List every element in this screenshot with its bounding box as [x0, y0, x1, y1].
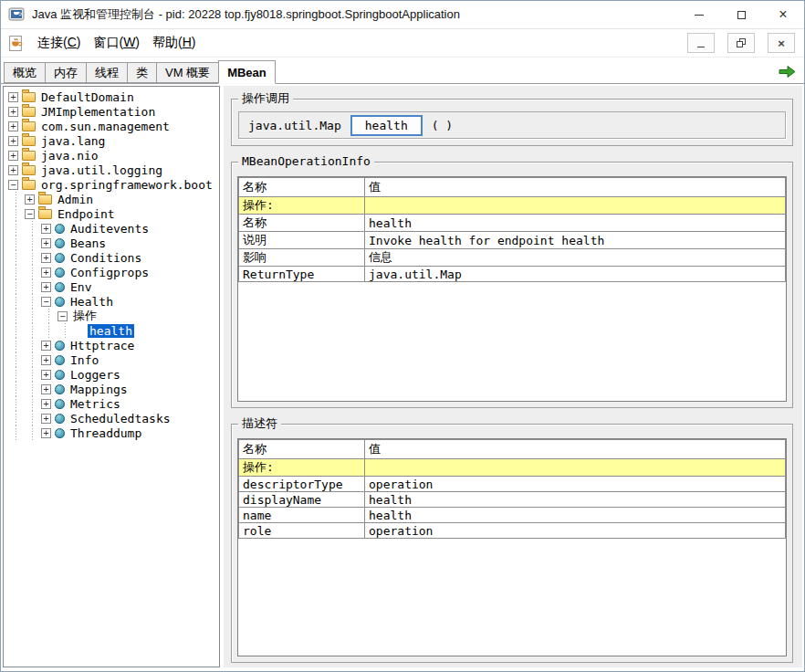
descriptor-table-row[interactable]: 操作:	[239, 459, 786, 477]
descriptor-table-row[interactable]: namehealth	[239, 508, 786, 523]
mdi-restore-button[interactable]	[727, 33, 755, 53]
tab-overview[interactable]: 概览	[4, 62, 46, 83]
expand-toggle-icon[interactable]: +	[41, 268, 51, 278]
tree-item-com.sun.management[interactable]: +com.sun.management	[5, 119, 219, 133]
mdi-minimize-button[interactable]	[687, 33, 715, 53]
operation-info-table-row[interactable]: 影响信息	[239, 249, 786, 267]
tree-item-Loggers[interactable]: +Loggers	[5, 367, 219, 382]
tree-item-label: health	[88, 324, 134, 338]
row-value-cell: Invoke health for endpoint health	[365, 232, 786, 249]
expand-toggle-icon[interactable]: +	[41, 428, 51, 438]
maximize-button[interactable]	[720, 1, 762, 28]
tree-item-Env[interactable]: +Env	[5, 279, 219, 294]
operation-info-table-row[interactable]: 操作:	[239, 197, 786, 215]
tab-vm-summary[interactable]: VM 概要	[156, 62, 219, 83]
close-button[interactable]: ×	[762, 1, 804, 28]
expand-toggle-icon[interactable]: +	[41, 238, 51, 248]
expand-toggle-icon[interactable]: +	[41, 414, 51, 424]
expand-toggle-icon[interactable]: +	[41, 399, 51, 409]
mdi-close-button[interactable]: ×	[768, 33, 795, 53]
tree-item-java.util.logging[interactable]: +java.util.logging	[5, 163, 219, 177]
expand-toggle-icon[interactable]: +	[8, 107, 18, 117]
expand-toggle-icon[interactable]: +	[41, 355, 51, 365]
tree-item-label: Endpoint	[56, 207, 117, 221]
menu-help[interactable]: 帮助(H)	[146, 32, 202, 54]
expand-toggle-icon[interactable]: +	[41, 341, 51, 351]
expand-toggle-icon[interactable]: +	[41, 282, 51, 292]
tree-item-Metrics[interactable]: +Metrics	[5, 396, 219, 411]
tree-item-Mappings[interactable]: +Mappings	[5, 382, 219, 396]
mbean-operation-info-table-container[interactable]: 名称值操作:名称health说明Invoke health for endpoi…	[237, 176, 787, 402]
tab-threads[interactable]: 线程	[86, 62, 128, 83]
tree-item-label: Metrics	[68, 397, 122, 411]
tree-item-Threaddump[interactable]: +Threaddump	[5, 425, 219, 440]
tree-item-Info[interactable]: +Info	[5, 352, 219, 367]
expand-toggle-icon[interactable]: +	[41, 253, 51, 263]
expand-toggle-icon[interactable]: +	[41, 384, 51, 394]
tree-indent-guide	[8, 279, 25, 294]
expand-toggle-icon[interactable]: +	[8, 151, 18, 161]
expand-toggle-icon[interactable]: +	[41, 370, 51, 380]
collapse-toggle-icon[interactable]: −	[25, 209, 35, 219]
tree-item-label: Loggers	[68, 368, 122, 382]
maximize-icon	[737, 11, 746, 19]
mbean-icon	[55, 384, 65, 394]
tree-item-DefaultDomain[interactable]: +DefaultDomain	[5, 89, 219, 104]
java-coffee-icon	[8, 36, 24, 51]
tree-item-操作[interactable]: −操作	[5, 309, 219, 323]
tree-item-Endpoint[interactable]: −Endpoint	[5, 206, 219, 221]
tab-mbeans[interactable]: MBean	[218, 60, 276, 84]
descriptor-column-header: 名称	[239, 440, 365, 459]
tree-indent-guide	[8, 206, 25, 221]
tree-indent-guide	[25, 250, 41, 265]
tree-item-Health[interactable]: −Health	[5, 294, 219, 309]
expand-toggle-icon[interactable]: +	[8, 165, 18, 175]
tree-indent-guide	[8, 250, 25, 265]
mbean-tree[interactable]: +DefaultDomain+JMImplementation+com.sun.…	[3, 86, 220, 667]
tree-item-org.springframework.boot[interactable]: −org.springframework.boot	[5, 177, 219, 192]
tree-indent-guide	[41, 323, 58, 338]
operation-invoke-button[interactable]: health	[350, 115, 423, 136]
menu-connect[interactable]: 连接(C)	[31, 32, 87, 54]
row-value-cell	[365, 459, 786, 477]
tree-item-label: org.springframework.boot	[39, 178, 214, 192]
tree-item-java.nio[interactable]: +java.nio	[5, 148, 219, 163]
tree-item-Httptrace[interactable]: +Httptrace	[5, 338, 219, 352]
collapse-toggle-icon[interactable]: −	[58, 311, 68, 321]
tree-item-label: java.nio	[39, 149, 100, 163]
operation-info-table-row[interactable]: 名称health	[239, 215, 786, 232]
tree-item-label: Threaddump	[68, 426, 143, 440]
tree-item-Admin[interactable]: +Admin	[5, 192, 219, 206]
operation-info-table-row[interactable]: 说明Invoke health for endpoint health	[239, 232, 786, 249]
tree-item-JMImplementation[interactable]: +JMImplementation	[5, 104, 219, 119]
menu-window[interactable]: 窗口(W)	[87, 32, 146, 54]
expand-toggle-icon[interactable]: +	[8, 92, 18, 102]
tree-item-label: Health	[68, 295, 115, 309]
tab-classes[interactable]: 类	[127, 62, 157, 83]
collapse-toggle-icon[interactable]: −	[41, 297, 51, 307]
tree-item-java.lang[interactable]: +java.lang	[5, 133, 219, 148]
tree-indent-guide	[25, 425, 41, 440]
descriptor-table-row[interactable]: roleoperation	[239, 523, 786, 539]
tree-item-Beans[interactable]: +Beans	[5, 236, 219, 250]
operation-info-column-header: 名称	[239, 178, 365, 197]
minimize-button[interactable]	[678, 1, 720, 28]
tree-item-Auditevents[interactable]: +Auditevents	[5, 221, 219, 236]
tree-indent-guide	[25, 294, 41, 309]
collapse-toggle-icon[interactable]: −	[8, 180, 18, 190]
tree-item-Configprops[interactable]: +Configprops	[5, 265, 219, 279]
expand-toggle-icon[interactable]: +	[25, 194, 35, 205]
descriptor-table-row[interactable]: displayNamehealth	[239, 492, 786, 508]
operation-info-table-row[interactable]: ReturnTypejava.util.Map	[239, 267, 786, 282]
descriptor-table-row[interactable]: descriptorTypeoperation	[239, 477, 786, 492]
tab-memory[interactable]: 内存	[45, 62, 87, 83]
tree-item-health[interactable]: health	[5, 323, 219, 338]
expand-toggle-icon[interactable]: +	[8, 136, 18, 146]
expand-toggle-icon[interactable]: +	[41, 224, 51, 234]
descriptor-table-container[interactable]: 名称值操作:descriptorTypeoperationdisplayName…	[237, 438, 787, 656]
tree-item-label: JMImplementation	[39, 105, 157, 119]
tree-item-Scheduledtasks[interactable]: +Scheduledtasks	[5, 411, 219, 425]
tree-item-Conditions[interactable]: +Conditions	[5, 250, 219, 265]
expand-toggle-icon[interactable]: +	[8, 121, 18, 131]
tree-item-label: java.lang	[39, 134, 107, 148]
